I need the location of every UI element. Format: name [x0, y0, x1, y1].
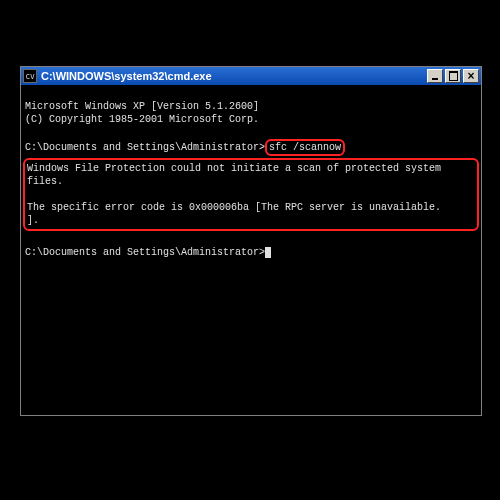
titlebar[interactable]: cv C:\WINDOWS\system32\cmd.exe: [21, 67, 481, 85]
titlebar-buttons: [427, 69, 479, 83]
prompt-2: C:\Documents and Settings\Administrator>: [25, 247, 265, 258]
terminal-content[interactable]: Microsoft Windows XP [Version 5.1.2600] …: [21, 85, 481, 415]
highlight-error-block: Windows File Protection could not initia…: [23, 158, 479, 231]
cursor: [265, 247, 271, 258]
minimize-button[interactable]: [427, 69, 443, 83]
highlight-command: sfc /scannow: [265, 139, 345, 156]
error-line-2: The specific error code is 0x000006ba [T…: [27, 202, 441, 226]
close-button[interactable]: [463, 69, 479, 83]
error-line-1: Windows File Protection could not initia…: [27, 163, 447, 187]
prompt-1: C:\Documents and Settings\Administrator>: [25, 142, 265, 153]
banner-line-2: (C) Copyright 1985-2001 Microsoft Corp.: [25, 114, 259, 125]
maximize-button[interactable]: [445, 69, 461, 83]
window-title: C:\WINDOWS\system32\cmd.exe: [41, 70, 427, 82]
cmd-icon: cv: [23, 69, 37, 83]
banner-line-1: Microsoft Windows XP [Version 5.1.2600]: [25, 101, 259, 112]
cmd-window: cv C:\WINDOWS\system32\cmd.exe Microsoft…: [20, 66, 482, 416]
